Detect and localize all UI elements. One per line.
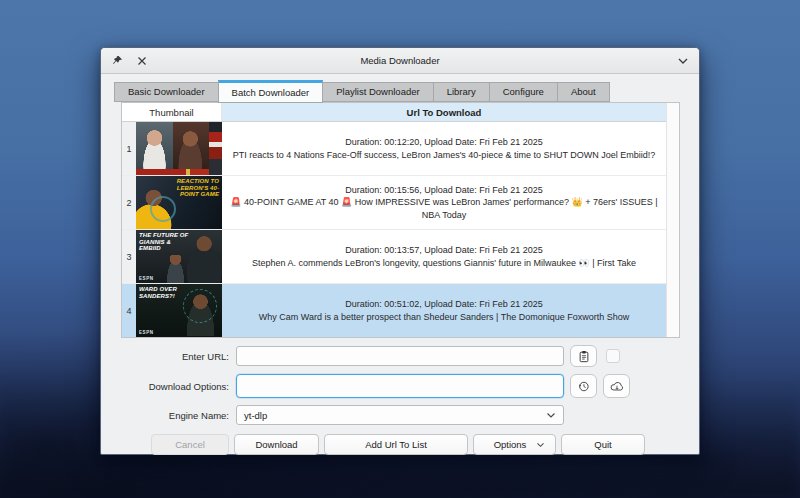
thumb-watermark: ESPN: [139, 330, 154, 335]
batch-download-table: Thumbnail Url To Download 1 Duration: 00…: [121, 102, 680, 338]
thumb-decoration: [173, 122, 209, 169]
thumb-decoration: [183, 289, 217, 323]
enter-url-row: Enter URL:: [121, 345, 680, 367]
thumb-watermark: ESPN: [139, 276, 154, 281]
media-downloader-window: Media Downloader Basic DownloaderBatch D…: [100, 47, 700, 455]
close-icon[interactable]: [135, 54, 149, 68]
tab-basic-downloader[interactable]: Basic Downloader: [114, 82, 219, 102]
video-title: Stephen A. commends LeBron's longevity, …: [252, 257, 636, 270]
column-header-url[interactable]: Url To Download: [222, 103, 666, 121]
row-index-number: 4: [126, 306, 131, 316]
tab-about[interactable]: About: [557, 82, 610, 102]
download-options-input[interactable]: [236, 374, 564, 398]
table-row[interactable]: 2 Reaction to LeBron's 40-point game Dur…: [122, 175, 666, 229]
action-button-row: Cancel Download Add Url To List Options …: [151, 434, 645, 455]
table-header-row: Thumbnail Url To Download: [122, 103, 666, 122]
thumb-banner: [136, 169, 209, 175]
history-icon[interactable]: [570, 374, 597, 398]
thumb-decoration: [150, 196, 176, 222]
engine-name-row: Engine Name: yt-dlp: [121, 405, 680, 425]
table-row[interactable]: 4 Ward over Sanders?! ESPN Duration: 00:…: [122, 283, 666, 337]
cancel-button[interactable]: Cancel: [151, 434, 229, 455]
video-info: Duration: 00:12:20, Upload Date: Fri Feb…: [222, 122, 666, 175]
download-options-row: Download Options:: [121, 374, 680, 398]
table-scrollbar[interactable]: [666, 103, 679, 337]
window-title: Media Downloader: [101, 55, 699, 66]
row-index-number: 1: [126, 144, 131, 154]
row-index: 3: [122, 230, 136, 283]
shade-icon[interactable]: [676, 54, 690, 68]
video-table-body: 1 Duration: 00:12:20, Upload Date: Fri F…: [122, 122, 666, 337]
engine-selected-value: yt-dlp: [244, 410, 267, 421]
table-row[interactable]: 3 The Future of Giannis & Embiid ESPN Du…: [122, 229, 666, 283]
video-duration-line: Duration: 00:13:57, Upload Date: Fri Feb…: [345, 244, 543, 257]
cloud-download-icon[interactable]: [603, 374, 630, 398]
enter-url-label: Enter URL:: [121, 351, 229, 362]
video-thumbnail: The Future of Giannis & Embiid ESPN: [136, 230, 222, 283]
thumb-decoration: [165, 255, 186, 283]
video-thumbnail: Ward over Sanders?! ESPN: [136, 284, 222, 337]
video-duration-line: Duration: 00:12:20, Upload Date: Fri Feb…: [345, 136, 543, 149]
video-info: Duration: 00:13:57, Upload Date: Fri Feb…: [222, 230, 666, 283]
desktop-wallpaper: Media Downloader Basic DownloaderBatch D…: [0, 0, 800, 498]
video-title: PTI reacts to 4 Nations Face-Off success…: [233, 149, 656, 162]
video-duration-line: Duration: 00:51:02, Upload Date: Fri Feb…: [345, 298, 543, 311]
thumb-headline-text: Reaction to LeBron's 40-point game: [160, 178, 219, 198]
window-titlebar[interactable]: Media Downloader: [101, 48, 699, 74]
tab-playlist-downloader[interactable]: Playlist Downloader: [322, 82, 433, 102]
tab-library[interactable]: Library: [433, 82, 490, 102]
thumb-headline-text: The Future of Giannis & Embiid: [139, 232, 189, 252]
download-options-label: Download Options:: [121, 381, 229, 392]
url-checkbox[interactable]: [606, 349, 620, 363]
video-title: Why Cam Ward is a better prospect than S…: [259, 311, 630, 324]
engine-name-label: Engine Name:: [121, 410, 229, 421]
video-title: 🚨 40-POINT GAME AT 40 🚨 How IMPRESSIVE w…: [230, 196, 658, 221]
thumb-decoration: [136, 122, 173, 169]
engine-dropdown-icon: [546, 412, 556, 419]
url-input[interactable]: [236, 346, 564, 366]
quit-button[interactable]: Quit: [561, 434, 645, 455]
video-thumbnail: Reaction to LeBron's 40-point game: [136, 176, 222, 229]
table-row[interactable]: 1 Duration: 00:12:20, Upload Date: Fri F…: [122, 122, 666, 175]
row-index: 1: [122, 122, 136, 175]
row-index: 2: [122, 176, 136, 229]
add-url-to-list-button[interactable]: Add Url To List: [324, 434, 468, 455]
download-button[interactable]: Download: [234, 434, 319, 455]
column-header-thumbnail[interactable]: Thumbnail: [122, 103, 222, 121]
tab-configure[interactable]: Configure: [489, 82, 558, 102]
options-button[interactable]: Options: [473, 434, 556, 455]
row-index-number: 3: [126, 252, 131, 262]
video-duration-line: Duration: 00:15:56, Upload Date: Fri Feb…: [345, 184, 543, 197]
video-info: Duration: 00:51:02, Upload Date: Fri Feb…: [222, 284, 666, 337]
options-dropdown-icon: [536, 442, 545, 448]
tab-bar: Basic DownloaderBatch DownloaderPlaylist…: [114, 80, 699, 102]
pin-icon[interactable]: [110, 54, 124, 68]
tab-batch-downloader[interactable]: Batch Downloader: [218, 80, 324, 103]
engine-select[interactable]: yt-dlp: [236, 405, 564, 425]
video-thumbnail: [136, 122, 222, 175]
video-info: Duration: 00:15:56, Upload Date: Fri Feb…: [222, 176, 666, 229]
row-index-number: 2: [126, 198, 131, 208]
paste-clipboard-button[interactable]: [570, 345, 597, 367]
options-button-label: Options: [484, 439, 536, 450]
row-index: 4: [122, 284, 136, 337]
thumb-headline-text: Ward over Sanders?!: [139, 286, 186, 299]
